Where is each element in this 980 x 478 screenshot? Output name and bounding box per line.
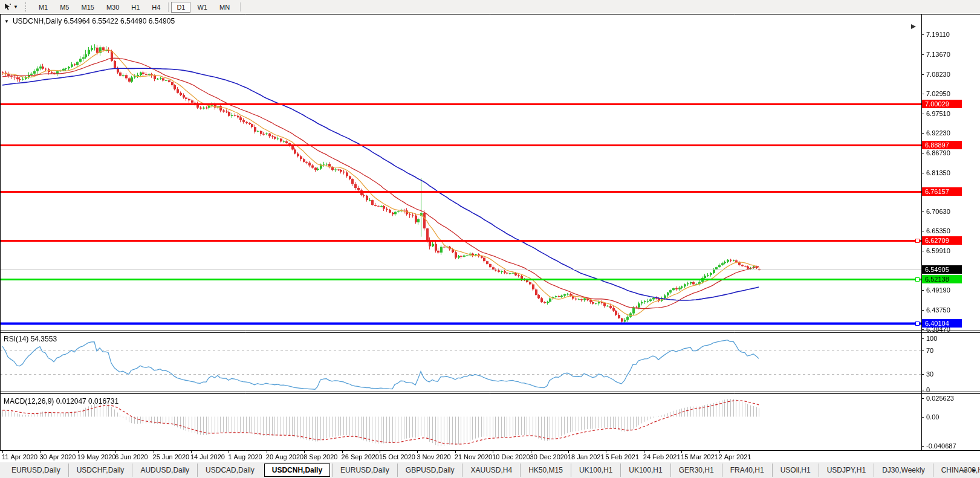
chart-tab[interactable]: XAUUSD,H4: [462, 463, 520, 477]
collapse-chart-icon[interactable]: ▼: [4, 19, 9, 24]
timeframe-button[interactable]: M5: [54, 2, 74, 13]
timeframe-button[interactable]: M15: [76, 2, 99, 13]
chart-tabs: EURUSD,DailyUSDCHF,DailyAUDUSD,DailyUSDC…: [0, 462, 980, 478]
dropdown-caret-icon: ▼: [13, 4, 18, 10]
cursor-tool-icon: [4, 3, 11, 11]
chart-tab[interactable]: UK100,H1: [571, 463, 620, 477]
tabs-scroll-right-button[interactable]: ►: [970, 467, 978, 474]
timeframe-toolbar: ▼ M1M5M15M30H1H4D1W1MN: [0, 0, 980, 14]
tabs-scroll-left-button[interactable]: ◄: [960, 467, 968, 474]
chart-canvas[interactable]: [0, 14, 980, 462]
chart-tab[interactable]: DJ30,Weekly: [874, 463, 932, 477]
timeframe-button[interactable]: M30: [101, 2, 125, 13]
chart-tab[interactable]: HK50,M15: [520, 463, 571, 477]
chart-tab[interactable]: EURUSD,Daily: [4, 463, 68, 477]
chart-tab[interactable]: UK100,H1: [620, 463, 670, 477]
chart-tab[interactable]: USDCNH,Daily: [264, 463, 330, 477]
chart-tab[interactable]: AUDUSD,Daily: [132, 463, 197, 477]
chart-cursor-tool-button[interactable]: ▼: [2, 2, 19, 11]
timeframe-button[interactable]: H1: [126, 2, 145, 13]
chart-tab[interactable]: USDCHF,Daily: [68, 463, 132, 477]
timeframe-button[interactable]: M1: [33, 2, 53, 13]
chart-tab[interactable]: FRA40,H1: [722, 463, 772, 477]
chart-window: ▼ USDCNH,Daily 6.54964 6.55422 6.54490 6…: [0, 14, 980, 462]
timeframe-button[interactable]: W1: [192, 2, 213, 13]
chart-tab-bar: EURUSD,DailyUSDCHF,DailyAUDUSD,DailyUSDC…: [0, 462, 980, 478]
chart-tab[interactable]: USDCAD,Daily: [197, 463, 262, 477]
timeframe-button[interactable]: D1: [171, 2, 190, 13]
trading-platform-window: ▼ M1M5M15M30H1H4D1W1MN ▼ USDCNH,Daily 6.…: [0, 0, 980, 478]
chart-tab[interactable]: USDJPY,H1: [819, 463, 874, 477]
chart-tab[interactable]: GER30,H1: [670, 463, 722, 477]
timeframe-buttons: M1M5M15M30H1H4D1W1MN: [33, 2, 241, 13]
chart-tab[interactable]: GBPUSD,Daily: [397, 463, 462, 477]
tab-scroll-arrows: ◄ ►: [960, 462, 978, 478]
timeframe-button[interactable]: H4: [146, 2, 166, 13]
chart-tab[interactable]: EURUSD,Daily: [332, 463, 397, 477]
chart-tab[interactable]: USOil,H1: [772, 463, 819, 477]
toolbar-grip-handle[interactable]: [25, 2, 28, 11]
timeframe-button[interactable]: MN: [214, 2, 235, 13]
